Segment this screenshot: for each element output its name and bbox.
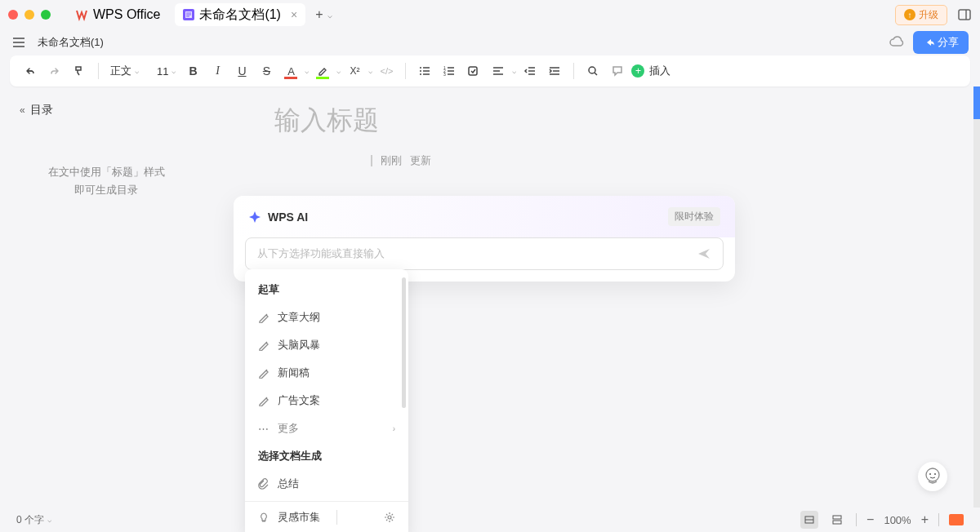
ai-menu: 起草 文章大纲 头脑风暴 新闻稿 广告文案 ⋯ 更多 › 选择文档生成 总结 灵…	[245, 269, 408, 532]
new-tab-menu-chevron[interactable]: ⌵	[327, 11, 332, 20]
svg-point-11	[420, 73, 421, 75]
chevron-right-icon: ›	[393, 424, 395, 433]
format-painter-button[interactable]	[69, 60, 90, 82]
hamburger-menu-icon[interactable]	[11, 35, 26, 50]
share-button[interactable]: 分享	[913, 31, 969, 54]
update-time: 刚刚	[381, 153, 402, 168]
svg-rect-39	[833, 516, 841, 519]
svg-point-34	[926, 468, 939, 481]
underline-button[interactable]: U	[231, 60, 252, 82]
close-tab-icon[interactable]: ×	[291, 8, 297, 21]
cursor-bar	[371, 155, 372, 166]
comment-button[interactable]	[607, 60, 628, 82]
svg-point-31	[589, 67, 595, 73]
scrollbar-thumb[interactable]	[973, 86, 980, 119]
title-placeholder[interactable]: 输入标题	[274, 103, 947, 139]
upgrade-button[interactable]: ↑ 升级	[895, 5, 947, 25]
plus-icon: +	[631, 64, 644, 78]
close-window[interactable]	[8, 10, 18, 20]
view-mode-1[interactable]	[800, 511, 818, 529]
ai-menu-scrollbar[interactable]	[402, 277, 406, 408]
zoom-out-button[interactable]: −	[866, 512, 874, 527]
titlebar: WPS Office 未命名文档(1) × + ⌵ ↑ 升级	[0, 0, 980, 29]
ai-title: WPS AI	[268, 211, 308, 224]
script-chevron[interactable]: ⌵	[368, 67, 372, 75]
bullet-list-button[interactable]	[414, 60, 435, 82]
ai-item-summary[interactable]: 总结	[245, 470, 408, 498]
new-tab-button[interactable]: +	[315, 7, 323, 22]
ai-item-brainstorm[interactable]: 头脑风暴	[245, 331, 408, 359]
ai-badge: 限时体验	[668, 207, 720, 226]
document-tab-title: 未命名文档(1)	[199, 7, 281, 24]
font-size-selector[interactable]: 11⌵	[154, 65, 179, 78]
document-tab[interactable]: 未命名文档(1) ×	[175, 3, 305, 26]
ai-item-news[interactable]: 新闻稿	[245, 359, 408, 387]
toolbar: 正文⌵ 11⌵ B I U S A ⌵ ⌵ X² ⌵ </> 123 ⌵ + 插…	[10, 55, 970, 86]
right-scrollbar[interactable]	[973, 86, 980, 508]
window-controls	[8, 10, 51, 20]
maximize-window[interactable]	[41, 10, 51, 20]
font-color-chevron[interactable]: ⌵	[305, 67, 309, 75]
svg-rect-21	[469, 67, 477, 75]
indent-button[interactable]	[544, 60, 565, 82]
zoom-level[interactable]: 100%	[884, 514, 911, 526]
highlight-chevron[interactable]: ⌵	[336, 67, 341, 75]
minimize-window[interactable]	[24, 10, 34, 20]
svg-text:3: 3	[443, 72, 446, 77]
assistant-mascot[interactable]	[918, 462, 947, 491]
collapse-toc-icon[interactable]: «	[20, 104, 25, 116]
share-icon	[923, 37, 934, 48]
statusbar: 0 个字 ⌵ − 100% +	[0, 508, 980, 532]
italic-button[interactable]: I	[207, 60, 228, 82]
code-button[interactable]: </>	[376, 60, 397, 82]
cloud-sync-icon[interactable]	[889, 34, 905, 51]
outdent-button[interactable]	[519, 60, 541, 82]
ai-section-select: 选择文档生成	[245, 442, 408, 470]
upgrade-label: 升级	[919, 8, 938, 22]
insert-button[interactable]: + 插入	[631, 64, 670, 78]
pen-icon	[258, 312, 270, 323]
font-color-button[interactable]: A	[280, 60, 301, 82]
ai-item-outline[interactable]: 文章大纲	[245, 304, 408, 331]
panel-toggle-icon[interactable]	[957, 7, 972, 22]
wps-ai-logo-icon	[248, 211, 261, 224]
numbered-list-button[interactable]: 123	[439, 60, 460, 82]
toc-title: 目录	[30, 103, 53, 117]
svg-rect-40	[833, 521, 841, 524]
more-icon: ⋯	[258, 423, 270, 434]
main-area: « 目录 在文中使用「标题」样式 即可生成目录 输入标题 刚刚 更新	[0, 86, 980, 508]
svg-point-35	[929, 473, 931, 475]
svg-rect-4	[959, 10, 970, 20]
highlight-button[interactable]	[312, 60, 333, 82]
align-chevron[interactable]: ⌵	[512, 67, 516, 75]
document-name[interactable]: 未命名文档(1)	[38, 35, 104, 50]
insert-label: 插入	[649, 64, 670, 78]
ai-input[interactable]: 从下方选择功能或直接输入	[245, 237, 724, 270]
ai-item-ad[interactable]: 广告文案	[245, 387, 408, 415]
paragraph-style-selector[interactable]: 正文⌵	[107, 64, 142, 78]
undo-button[interactable]	[20, 60, 41, 82]
word-count[interactable]: 0 个字 ⌵	[16, 513, 51, 527]
fullscreen-button[interactable]	[949, 514, 964, 525]
toc-hint: 在文中使用「标题」样式 即可生成目录	[20, 163, 193, 199]
align-button[interactable]	[488, 60, 509, 82]
search-button[interactable]	[582, 60, 604, 82]
checklist-button[interactable]	[463, 60, 484, 82]
toc-header[interactable]: « 目录	[20, 103, 193, 117]
pen-icon	[258, 367, 270, 379]
upgrade-icon: ↑	[904, 9, 915, 20]
redo-button[interactable]	[44, 60, 65, 82]
svg-point-36	[934, 473, 936, 475]
send-icon[interactable]	[697, 246, 711, 261]
view-mode-2[interactable]	[828, 511, 846, 529]
update-info: 刚刚 更新	[371, 153, 947, 168]
share-label: 分享	[938, 35, 959, 50]
superscript-button[interactable]: X²	[344, 60, 365, 82]
zoom-in-button[interactable]: +	[921, 512, 929, 527]
strikethrough-button[interactable]: S	[256, 60, 277, 82]
word-count-chevron: ⌵	[47, 516, 51, 524]
app-home-tab[interactable]: WPS Office	[67, 3, 168, 26]
svg-point-9	[420, 67, 421, 69]
bold-button[interactable]: B	[182, 60, 203, 82]
ai-item-more[interactable]: ⋯ 更多 ›	[245, 415, 408, 442]
